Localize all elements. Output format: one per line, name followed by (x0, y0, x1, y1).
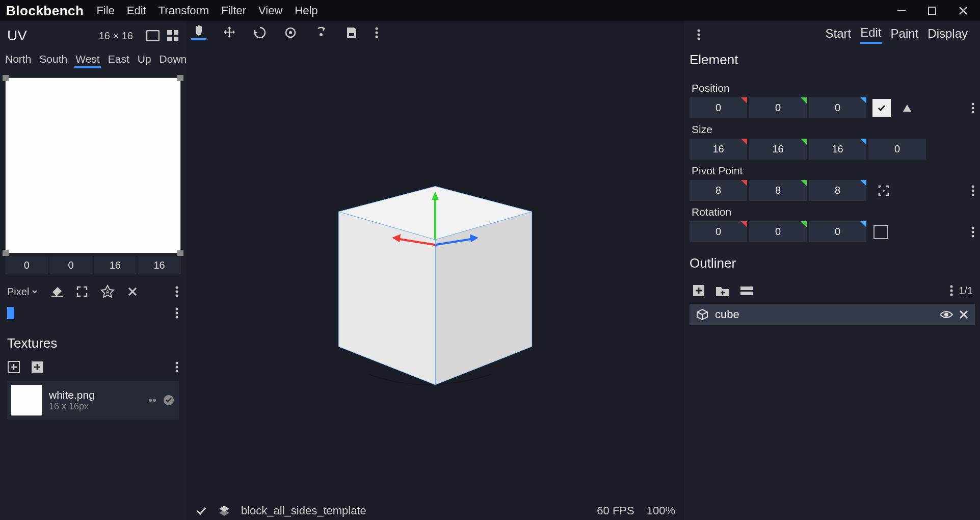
svg-point-73 (950, 294, 953, 296)
texture-item[interactable]: white.png 16 x 16px (7, 381, 179, 420)
add-group-icon[interactable] (715, 284, 730, 297)
svg-point-55 (972, 107, 974, 109)
position-more-icon[interactable] (971, 102, 975, 114)
uv-fullview-icon[interactable] (146, 30, 160, 41)
rotation-rescale-checkbox[interactable] (873, 225, 888, 239)
outliner-item[interactable]: cube (690, 304, 975, 325)
position-origin-icon[interactable] (899, 100, 915, 116)
uv-coord-x1[interactable]: 0 (5, 256, 48, 274)
rotation-x[interactable]: 0 (690, 221, 747, 242)
rotation-more-icon[interactable] (971, 226, 975, 238)
status-check-icon (195, 505, 207, 517)
center-pivot-icon[interactable] (876, 183, 892, 199)
svg-line-75 (697, 312, 702, 315)
paint-bucket-icon[interactable] (50, 285, 64, 298)
mode-edit[interactable]: Edit (860, 25, 881, 44)
brush-mode-label: Pixel (7, 286, 29, 298)
create-texture-icon[interactable] (31, 360, 44, 374)
svg-point-57 (883, 190, 885, 192)
uv-coord-y2[interactable]: 16 (138, 256, 181, 274)
svg-rect-5 (167, 30, 172, 35)
menu-transform[interactable]: Transform (158, 4, 209, 17)
face-up[interactable]: Up (137, 53, 152, 68)
texture-saved-icon[interactable] (163, 394, 175, 406)
face-south[interactable]: South (38, 53, 68, 68)
size-inflate[interactable]: 0 (868, 139, 926, 160)
uv-canvas[interactable] (5, 77, 181, 253)
resize-tool-icon[interactable] (252, 25, 268, 40)
position-y[interactable]: 0 (749, 97, 807, 118)
pivot-more-icon[interactable] (971, 185, 975, 197)
pan-tool-icon[interactable] (191, 25, 206, 40)
face-east[interactable]: East (107, 53, 130, 68)
pivot-label: Pivot Point (690, 160, 975, 180)
left-panel: UV 16 × 16 North South West East Up Down (0, 21, 186, 520)
uv-more-icon[interactable] (175, 285, 179, 298)
cube-render (186, 44, 684, 502)
visibility-icon[interactable] (939, 309, 953, 320)
uv-handle-bl[interactable] (3, 250, 9, 256)
status-fps: 60 FPS (597, 504, 634, 517)
title-bar: Blockbench File Edit Transform Filter Vi… (0, 0, 980, 21)
menu-filter[interactable]: Filter (221, 4, 246, 17)
svg-point-58 (972, 185, 974, 188)
color-more-icon[interactable] (175, 307, 179, 319)
svg-rect-69 (740, 287, 753, 290)
main-toolbar-more-icon[interactable] (375, 27, 379, 39)
particle-icon[interactable] (147, 395, 157, 405)
import-texture-icon[interactable] (7, 360, 20, 374)
svg-point-15 (176, 295, 178, 297)
mode-more-icon[interactable] (697, 29, 701, 41)
color-swatch[interactable] (7, 307, 14, 319)
size-y[interactable]: 16 (749, 139, 807, 160)
menu-edit[interactable]: Edit (127, 4, 146, 17)
svg-point-61 (972, 226, 974, 229)
clear-uv-icon[interactable] (127, 286, 138, 297)
svg-marker-49 (219, 510, 229, 516)
remove-item-icon[interactable] (959, 309, 969, 320)
rotate-tool-icon[interactable] (283, 25, 298, 40)
outliner-more-icon[interactable] (949, 284, 953, 297)
maximize-icon[interactable] (927, 6, 937, 16)
face-west[interactable]: West (74, 53, 100, 68)
status-layers-icon[interactable] (218, 504, 231, 517)
size-z[interactable]: 16 (809, 139, 866, 160)
pivot-x[interactable]: 8 (690, 180, 747, 201)
uv-handle-br[interactable] (177, 250, 183, 256)
viewport[interactable] (186, 44, 684, 502)
uv-coord-y1[interactable]: 0 (49, 256, 93, 274)
face-north[interactable]: North (4, 53, 32, 68)
close-icon[interactable] (958, 5, 969, 16)
toggle-options-icon[interactable] (739, 285, 754, 296)
rotation-z[interactable]: 0 (809, 221, 866, 242)
center-panel: block_all_sides_template 60 FPS 100% (186, 21, 684, 520)
menu-view[interactable]: View (258, 4, 282, 17)
pivot-y[interactable]: 8 (749, 180, 807, 201)
mode-start[interactable]: Start (826, 27, 852, 43)
size-x[interactable]: 16 (690, 139, 747, 160)
mode-paint[interactable]: Paint (891, 27, 919, 43)
position-lock-checkbox[interactable] (872, 99, 891, 117)
uv-handle-tr[interactable] (177, 75, 183, 81)
position-z[interactable]: 0 (809, 97, 866, 118)
rotation-y[interactable]: 0 (749, 221, 807, 242)
uv-handle-tl[interactable] (3, 75, 9, 81)
pivot-z[interactable]: 8 (809, 180, 866, 201)
uv-grid-icon[interactable] (167, 30, 179, 42)
uv-coord-x2[interactable]: 16 (94, 256, 137, 274)
minimize-icon[interactable] (896, 6, 907, 16)
auto-uv-icon[interactable]: A (100, 284, 115, 299)
menu-file[interactable]: File (96, 4, 114, 17)
move-tool-icon[interactable] (222, 25, 237, 40)
pivot-tool-icon[interactable] (313, 25, 329, 40)
vertex-snap-icon[interactable] (344, 25, 359, 40)
add-cube-icon[interactable] (692, 283, 706, 298)
menu-help[interactable]: Help (295, 4, 317, 17)
face-down[interactable]: Down (158, 53, 188, 68)
fullscreen-icon[interactable] (76, 285, 88, 298)
svg-point-54 (972, 102, 974, 105)
mode-display[interactable]: Display (928, 27, 968, 43)
brush-mode-dropdown[interactable]: Pixel (7, 286, 38, 298)
position-x[interactable]: 0 (690, 97, 747, 118)
textures-more-icon[interactable] (175, 361, 179, 373)
